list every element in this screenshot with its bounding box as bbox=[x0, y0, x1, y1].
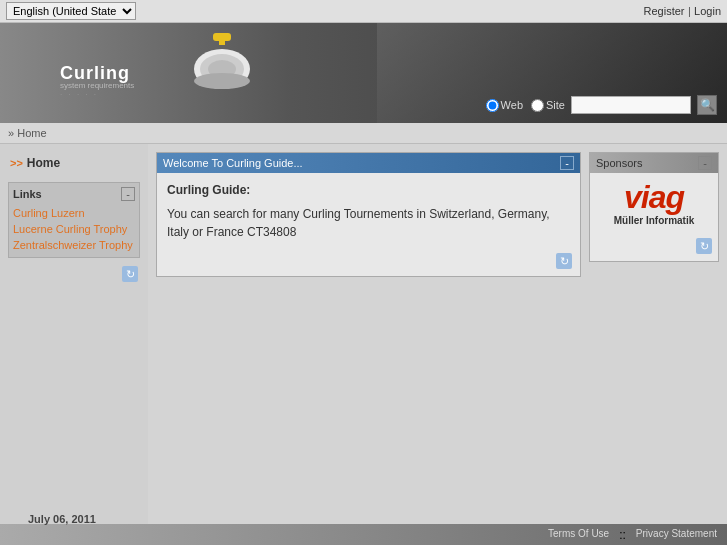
web-radio[interactable] bbox=[486, 99, 499, 112]
links-header: Links - bbox=[13, 187, 135, 201]
terms-link[interactable]: Terms Of Use bbox=[548, 528, 609, 542]
content: Welcome To Curling Guide... - Curling Gu… bbox=[148, 144, 727, 524]
welcome-header-title: Welcome To Curling Guide... bbox=[163, 157, 303, 169]
sidebar: >> Home Links - Curling Luzern Lucerne C… bbox=[0, 144, 148, 524]
language-select[interactable]: English (United State bbox=[6, 2, 136, 20]
sidebar-date: July 06, 2011 bbox=[20, 505, 104, 533]
content-row: Welcome To Curling Guide... - Curling Gu… bbox=[156, 152, 719, 285]
top-bar: English (United State Register | Login bbox=[0, 0, 727, 23]
header-subtitle: system requirements · · · · · bbox=[60, 81, 134, 99]
main: >> Home Links - Curling Luzern Lucerne C… bbox=[0, 144, 727, 524]
svg-point-5 bbox=[194, 73, 250, 89]
welcome-refresh[interactable] bbox=[157, 249, 580, 276]
header-dots: · · · · · bbox=[60, 90, 134, 99]
sidebar-link-lucerne-trophy[interactable]: Lucerne Curling Trophy bbox=[13, 221, 135, 237]
sponsors-box: Sponsors - viag Müller Informatik bbox=[589, 152, 719, 262]
search-bar: Web Site 🔍 bbox=[486, 95, 717, 115]
web-radio-item[interactable]: Web bbox=[486, 99, 523, 112]
sponsors-refresh[interactable] bbox=[590, 234, 718, 261]
search-button[interactable]: 🔍 bbox=[697, 95, 717, 115]
welcome-title: Curling Guide: bbox=[167, 181, 570, 199]
breadcrumb-home[interactable]: Home bbox=[17, 127, 46, 139]
welcome-text: You can search for many Curling Tourneme… bbox=[167, 205, 570, 241]
footer: Terms Of Use :: Privacy Statement bbox=[0, 524, 727, 545]
viag-text: viag bbox=[624, 181, 684, 213]
radio-group: Web Site bbox=[486, 99, 565, 112]
sidebar-link-zentralschweizer[interactable]: Zentralschweizer Trophy bbox=[13, 237, 135, 253]
welcome-collapse-button[interactable]: - bbox=[560, 156, 574, 170]
login-link[interactable]: Login bbox=[694, 5, 721, 17]
register-link[interactable]: Register bbox=[644, 5, 685, 17]
web-label: Web bbox=[501, 99, 523, 111]
sidebar-link-curling-luzern[interactable]: Curling Luzern bbox=[13, 205, 135, 221]
sidebar-refresh[interactable] bbox=[0, 262, 148, 289]
sponsors-collapse-button[interactable]: - bbox=[698, 156, 712, 170]
sponsors-title: Sponsors bbox=[596, 157, 642, 169]
header: Curling system requirements · · · · · We… bbox=[0, 23, 727, 123]
welcome-header: Welcome To Curling Guide... - bbox=[157, 153, 580, 173]
viag-logo: viag bbox=[598, 181, 710, 213]
sidebar-refresh-icon[interactable] bbox=[122, 266, 138, 282]
language-selector-wrapper[interactable]: English (United State bbox=[6, 2, 136, 20]
viag-subtitle: Müller Informatik bbox=[598, 215, 710, 226]
breadcrumb: » Home bbox=[0, 123, 727, 144]
sidebar-home-label: Home bbox=[27, 156, 60, 170]
sponsors-header: Sponsors - bbox=[590, 153, 718, 173]
links-collapse-button[interactable]: - bbox=[121, 187, 135, 201]
search-input[interactable] bbox=[571, 96, 691, 114]
site-radio[interactable] bbox=[531, 99, 544, 112]
welcome-box: Welcome To Curling Guide... - Curling Gu… bbox=[156, 152, 581, 277]
site-radio-item[interactable]: Site bbox=[531, 99, 565, 112]
sponsors-refresh-icon[interactable] bbox=[696, 238, 712, 254]
main-content: Welcome To Curling Guide... - Curling Gu… bbox=[156, 152, 581, 285]
top-bar-right: Register | Login bbox=[644, 4, 721, 18]
links-box: Links - Curling Luzern Lucerne Curling T… bbox=[8, 182, 140, 258]
home-arrows: >> bbox=[10, 157, 23, 169]
site-label: Site bbox=[546, 99, 565, 111]
sidebar-home[interactable]: >> Home bbox=[0, 152, 148, 178]
footer-separator: :: bbox=[619, 528, 626, 542]
links-title: Links bbox=[13, 188, 42, 200]
breadcrumb-prefix: » bbox=[8, 127, 14, 139]
sponsors-body: viag Müller Informatik bbox=[590, 173, 718, 234]
separator: | bbox=[688, 5, 691, 17]
welcome-body: Curling Guide: You can search for many C… bbox=[157, 173, 580, 249]
svg-rect-1 bbox=[219, 39, 225, 45]
curling-stone-icon bbox=[185, 31, 260, 91]
privacy-link[interactable]: Privacy Statement bbox=[636, 528, 717, 542]
welcome-refresh-icon[interactable] bbox=[556, 253, 572, 269]
